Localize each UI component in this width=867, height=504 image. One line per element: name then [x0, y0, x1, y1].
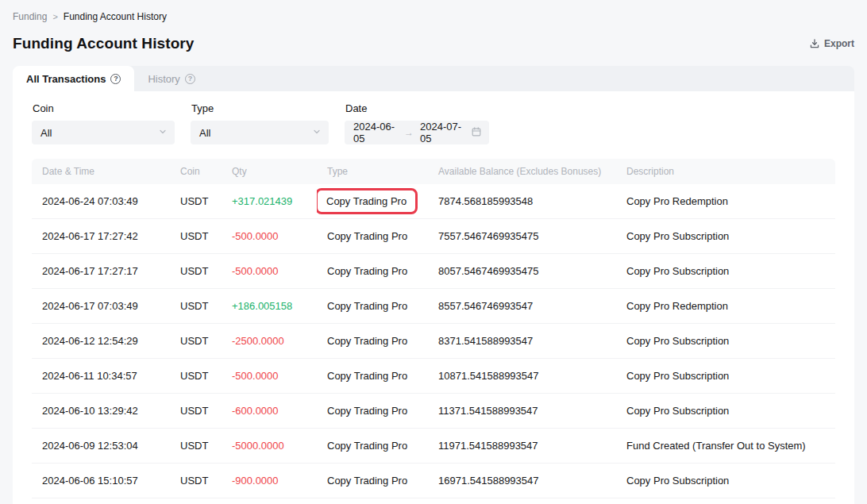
table-row: 2024-06-06 14:31:55USDT-500.0000Copy Tra… — [32, 498, 835, 504]
arrow-right-icon: → — [404, 127, 414, 138]
table-row: 2024-06-09 12:53:04USDT-5000.0000Copy Tr… — [32, 429, 835, 464]
chevron-down-icon — [312, 127, 322, 139]
cell-description: Copy Pro Subscription — [616, 254, 835, 289]
column-header: Description — [616, 159, 835, 184]
type-filter: Type All — [191, 102, 329, 144]
cell-type: Copy Trading Pro — [317, 429, 428, 464]
cell-datetime: 2024-06-06 15:10:57 — [32, 464, 170, 498]
table-row: 2024-06-24 07:03:49USDT+317.021439Copy T… — [32, 184, 835, 219]
cell-type: Copy Trading Pro — [317, 184, 428, 219]
coin-select[interactable]: All — [32, 121, 175, 144]
funding-history-page: Funding > Funding Account History Fundin… — [0, 0, 867, 504]
coin-filter: Coin All — [32, 102, 175, 144]
cell-description: Fund Created (Transfer Out to System) — [616, 429, 835, 464]
breadcrumb-funding-link[interactable]: Funding — [13, 11, 47, 22]
cell-coin: USDT — [170, 498, 222, 504]
table-row: 2024-06-12 12:54:29USDT-2500.0000Copy Tr… — [32, 324, 835, 359]
cell-qty: -500.0000 — [222, 254, 317, 289]
cell-datetime: 2024-06-17 17:27:17 — [32, 254, 170, 289]
type-filter-label: Type — [191, 102, 329, 114]
export-button[interactable]: Export — [809, 38, 854, 49]
cell-type: Copy Trading Pro — [317, 324, 428, 359]
cell-coin: USDT — [170, 464, 222, 498]
cell-balance: 8057.5467469935475 — [428, 254, 616, 289]
tab-all-transactions-label: All Transactions — [26, 73, 106, 85]
date-filter: Date 2024-06-05 → 2024-07-05 — [345, 102, 489, 144]
date-filter-label: Date — [345, 102, 489, 114]
cell-qty: -500.0000 — [222, 219, 317, 254]
cell-balance: 7874.568185993548 — [428, 184, 616, 219]
column-header: Available Balance (Excludes Bonuses) — [428, 159, 616, 184]
card-body: Coin All Type All — [13, 91, 854, 504]
cell-type: Copy Trading Pro — [317, 498, 428, 504]
type-select-value: All — [199, 127, 210, 139]
cell-datetime: 2024-06-06 14:31:55 — [32, 498, 170, 504]
date-range-picker[interactable]: 2024-06-05 → 2024-07-05 — [345, 121, 489, 144]
help-icon[interactable]: ? — [110, 74, 121, 84]
cell-datetime: 2024-06-12 12:54:29 — [32, 324, 170, 359]
column-header: Date & Time — [32, 159, 170, 184]
tab-history-label: History — [148, 73, 179, 85]
highlight-annotation-box: Copy Trading Pro — [317, 188, 418, 214]
cell-coin: USDT — [170, 429, 222, 464]
cell-qty: -2500.0000 — [222, 324, 317, 359]
cell-description: Copy Pro Subscription — [616, 394, 835, 429]
cell-qty: +317.021439 — [222, 184, 317, 219]
cell-balance: 7557.5467469935475 — [428, 219, 616, 254]
cell-balance: 8371.541588993547 — [428, 324, 616, 359]
table-row: 2024-06-17 17:27:42USDT-500.0000Copy Tra… — [32, 219, 835, 254]
transactions-table: Date & TimeCoinQtyTypeAvailable Balance … — [32, 159, 835, 504]
cell-coin: USDT — [170, 394, 222, 429]
type-select[interactable]: All — [191, 121, 329, 144]
cell-coin: USDT — [170, 184, 222, 219]
tab-history[interactable]: History ? — [134, 66, 208, 91]
cell-balance: 11971.541588993547 — [428, 429, 616, 464]
export-download-icon — [809, 38, 820, 49]
cell-datetime: 2024-06-11 10:34:57 — [32, 359, 170, 394]
coin-filter-label: Coin — [33, 102, 175, 114]
table-row: 2024-06-10 13:29:42USDT-600.0000Copy Tra… — [32, 394, 835, 429]
cell-coin: USDT — [170, 359, 222, 394]
filters-bar: Coin All Type All — [32, 102, 835, 144]
table-row: 2024-06-17 17:27:17USDT-500.0000Copy Tra… — [32, 254, 835, 289]
cell-description: Copy Pro Redemption — [616, 289, 835, 324]
cell-description: Copy Pro Redemption — [616, 184, 835, 219]
cell-balance: 17871.541588993547 — [428, 498, 616, 504]
cell-description: Copy Pro Subscription — [616, 359, 835, 394]
cell-qty: -500.0000 — [222, 359, 317, 394]
transactions-card: All Transactions ? History ? Coin All — [13, 66, 854, 504]
table-row: 2024-06-11 10:34:57USDT-500.0000Copy Tra… — [32, 359, 835, 394]
cell-qty: -900.0000 — [222, 464, 317, 498]
cell-qty: -600.0000 — [222, 394, 317, 429]
cell-qty: -5000.0000 — [222, 429, 317, 464]
export-label: Export — [824, 38, 854, 49]
breadcrumb-current: Funding Account History — [64, 11, 167, 22]
cell-type: Copy Trading Pro — [317, 254, 428, 289]
column-header: Coin — [170, 159, 222, 184]
cell-balance: 11371.541588993547 — [428, 394, 616, 429]
breadcrumb: Funding > Funding Account History — [0, 0, 867, 22]
cell-datetime: 2024-06-24 07:03:49 — [32, 184, 170, 219]
date-end-value: 2024-07-05 — [420, 121, 464, 144]
cell-coin: USDT — [170, 324, 222, 359]
cell-description: Copy Pro Subscription — [616, 464, 835, 498]
page-title: Funding Account History — [13, 35, 195, 52]
cell-datetime: 2024-06-09 12:53:04 — [32, 429, 170, 464]
cell-qty: -500.0000 — [222, 498, 317, 504]
tab-strip: All Transactions ? History ? — [13, 66, 854, 91]
cell-balance: 8557.546746993547 — [428, 289, 616, 324]
cell-qty: +186.005158 — [222, 289, 317, 324]
cell-coin: USDT — [170, 219, 222, 254]
table-row: 2024-06-17 07:03:49USDT+186.005158Copy T… — [32, 289, 835, 324]
tab-all-transactions[interactable]: All Transactions ? — [13, 66, 134, 91]
calendar-icon[interactable] — [471, 126, 482, 140]
cell-description: Copy Pro Subscription — [616, 498, 835, 504]
help-icon[interactable]: ? — [185, 74, 195, 84]
cell-balance: 16971.541588993547 — [428, 464, 616, 498]
cell-type: Copy Trading Pro — [317, 394, 428, 429]
table-row: 2024-06-06 15:10:57USDT-900.0000Copy Tra… — [32, 464, 835, 498]
chevron-down-icon — [158, 127, 168, 139]
cell-type: Copy Trading Pro — [317, 289, 428, 324]
breadcrumb-separator-icon: > — [52, 12, 57, 21]
cell-datetime: 2024-06-17 07:03:49 — [32, 289, 170, 324]
